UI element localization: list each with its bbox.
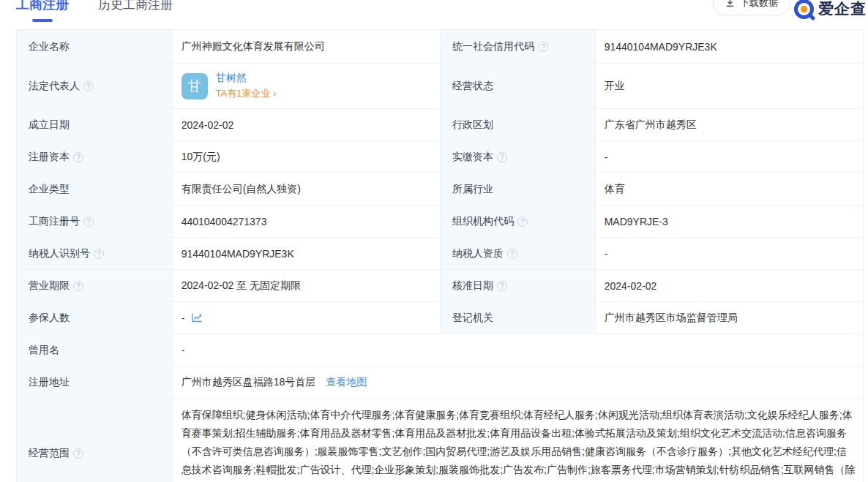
- legal-rep-name-link[interactable]: 甘树然: [216, 72, 277, 85]
- business-scope-value: 体育保障组织;健身休闲活动;体育中介代理服务;体育健康服务;体育竞赛组织;体育经…: [173, 399, 863, 482]
- help-icon[interactable]: [83, 216, 94, 227]
- help-icon[interactable]: [538, 42, 548, 52]
- registry-authority-value: 广州市越秀区市场监督管理局: [596, 302, 863, 334]
- company-type-label: 企业类型: [17, 173, 173, 205]
- reg-capital-value: 10万(元): [173, 141, 441, 173]
- established-label: 成立日期: [17, 109, 173, 140]
- company-name-value: 广州神殿文化体育发展有限公司: [173, 30, 441, 63]
- legal-rep-label: 法定代表人: [17, 64, 173, 108]
- approval-date-label: 核准日期: [441, 270, 596, 301]
- table-row: 成立日期 2024-02-02 行政区划 广东省广州市越秀区: [17, 109, 863, 141]
- download-data-button[interactable]: 下载数据: [713, 0, 790, 15]
- established-value: 2024-02-02: [173, 109, 441, 140]
- table-row: 经营范围 体育保障组织;健身休闲活动;体育中介代理服务;体育健康服务;体育竞赛组…: [17, 399, 863, 482]
- industry-label: 所属行业: [441, 173, 596, 205]
- reg-number-label: 工商注册号: [17, 206, 173, 237]
- help-icon[interactable]: [83, 81, 94, 91]
- table-row: 注册资本 10万(元) 实缴资本 -: [17, 141, 863, 173]
- table-row: 企业名称 广州神殿文化体育发展有限公司 统一社会信用代码 91440104MAD…: [17, 30, 863, 64]
- help-icon[interactable]: [497, 281, 507, 291]
- view-map-link[interactable]: 查看地图: [326, 376, 367, 389]
- industry-value: 体育: [596, 173, 863, 205]
- registry-authority-label: 登记机关: [441, 302, 596, 334]
- company-type-value: 有限责任公司(自然人独资): [173, 173, 441, 205]
- taxpayer-id-label: 纳税人识别号: [17, 238, 173, 269]
- legal-rep-companies-link[interactable]: TA有1家企业 ›: [216, 87, 277, 100]
- help-icon[interactable]: [497, 152, 507, 162]
- credit-code-label: 统一社会信用代码: [441, 30, 596, 63]
- tab-history-registration[interactable]: 历史工商注册: [98, 0, 173, 13]
- legal-rep-value: 甘 甘树然 TA有1家企业 ›: [173, 64, 441, 108]
- former-name-value: -: [173, 334, 863, 366]
- help-icon[interactable]: [73, 448, 83, 459]
- table-row: 纳税人识别号 91440104MAD9YRJE3K 纳税人资质 -: [17, 238, 863, 270]
- status-label: 经营状态: [441, 64, 596, 108]
- insured-staff-label: 参保人数: [17, 302, 173, 334]
- business-scope-label: 经营范围: [17, 399, 173, 482]
- address-value: 广州市越秀区盘福路18号首层 查看地图: [173, 366, 863, 398]
- taxpayer-qualification-label: 纳税人资质: [441, 238, 596, 269]
- download-icon: [725, 0, 735, 7]
- district-label: 行政区划: [441, 109, 596, 140]
- address-label: 注册地址: [17, 366, 173, 398]
- reg-capital-label: 注册资本: [17, 141, 173, 173]
- taxpayer-id-value: 91440104MAD9YRJE3K: [173, 238, 441, 269]
- download-label: 下载数据: [740, 0, 778, 10]
- credit-code-value: 91440104MAD9YRJE3K: [596, 30, 863, 63]
- reg-number-value: 440104004271373: [173, 206, 441, 237]
- former-name-label: 曾用名: [17, 334, 173, 366]
- help-icon[interactable]: [73, 152, 83, 162]
- table-row: 法定代表人 甘 甘树然 TA有1家企业 › 经营状态 开业: [17, 64, 863, 109]
- brand-name: 爱企查: [818, 0, 867, 19]
- approval-date-value: 2024-02-02: [596, 270, 863, 301]
- table-row: 企业类型 有限责任公司(自然人独资) 所属行业 体育: [17, 173, 863, 206]
- district-value: 广东省广州市越秀区: [596, 109, 863, 140]
- aiqicha-q-icon: [794, 0, 814, 19]
- business-registration-page: 工商注册 历史工商注册 下载数据 爱企查 企业名称 广州神殿文化体育发展有限公司: [0, 0, 868, 482]
- insured-staff-value: -: [173, 302, 441, 334]
- tab-bar: 工商注册 历史工商注册: [16, 0, 173, 13]
- org-code-label: 组织机构代码: [441, 206, 596, 237]
- insured-trend-chart-icon[interactable]: [191, 312, 203, 323]
- help-icon[interactable]: [507, 249, 517, 259]
- table-row: 参保人数 - 登记机关 广州市越秀区市场监督管理局: [17, 302, 863, 334]
- table-row: 营业期限 2024-02-02 至 无固定期限 核准日期 2024-02-02: [17, 270, 863, 302]
- org-code-value: MAD9YRJE-3: [596, 206, 863, 237]
- table-row: 工商注册号 440104004271373 组织机构代码 MAD9YRJE-3: [17, 206, 863, 238]
- help-icon[interactable]: [73, 281, 83, 291]
- table-row: 曾用名 -: [17, 334, 863, 366]
- help-icon[interactable]: [517, 216, 528, 227]
- paid-capital-label: 实缴资本: [441, 141, 596, 173]
- tab-business-registration[interactable]: 工商注册: [16, 0, 69, 13]
- registration-table: 企业名称 广州神殿文化体育发展有限公司 统一社会信用代码 91440104MAD…: [16, 29, 864, 482]
- business-term-label: 营业期限: [17, 270, 173, 301]
- table-row: 注册地址 广州市越秀区盘福路18号首层 查看地图: [17, 366, 863, 399]
- business-term-value: 2024-02-02 至 无固定期限: [173, 270, 441, 301]
- help-icon[interactable]: [94, 249, 104, 259]
- paid-capital-value: -: [596, 141, 863, 173]
- brand-logo[interactable]: 爱企查: [794, 0, 867, 19]
- taxpayer-qualification-value: -: [596, 238, 863, 269]
- legal-rep-avatar[interactable]: 甘: [182, 73, 208, 99]
- status-value: 开业: [596, 64, 863, 108]
- company-name-label: 企业名称: [17, 30, 173, 63]
